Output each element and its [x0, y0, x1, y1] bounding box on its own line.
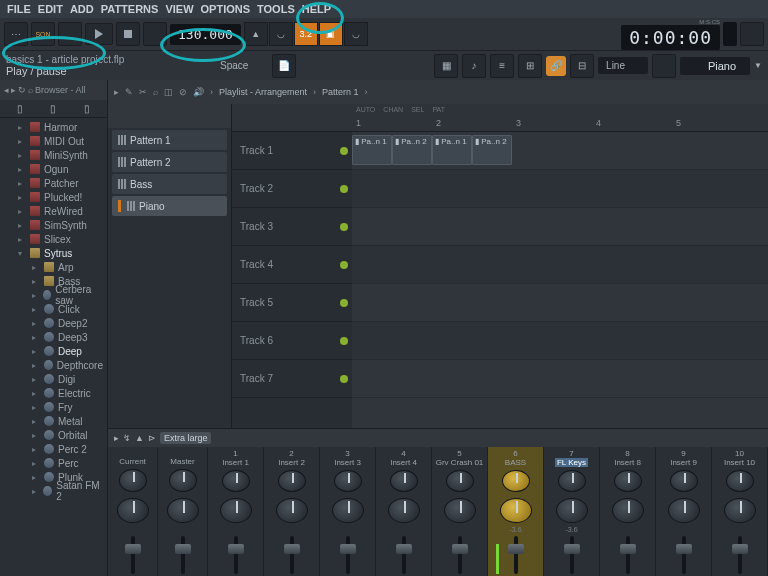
track-header[interactable]: Track 2	[232, 170, 352, 208]
track-row[interactable]	[352, 360, 768, 398]
track-header[interactable]: Track 7	[232, 360, 352, 398]
dropdown-icon[interactable]: ▼	[754, 61, 762, 70]
tree-item[interactable]: ▸Deep2	[0, 316, 107, 330]
tree-item[interactable]: ▸Metal	[0, 414, 107, 428]
snap-off-icon[interactable]	[652, 54, 676, 78]
mixer-tool-icon[interactable]: ▲	[135, 433, 144, 443]
tree-item[interactable]: ▸Deep3	[0, 330, 107, 344]
track-header[interactable]: Track 5	[232, 284, 352, 322]
track-row[interactable]	[352, 284, 768, 322]
time-display[interactable]: 0:00:00	[621, 25, 720, 50]
tree-item[interactable]: ▸MiniSynth	[0, 148, 107, 162]
mixer-strip[interactable]: 4Insert 4	[376, 447, 432, 576]
browser-header[interactable]: ◂ ▸ ↻ ⌕ Browser - All	[0, 80, 107, 100]
mixer-strip[interactable]: 5Grv Crash 01	[432, 447, 488, 576]
blend-icon[interactable]: ▣	[319, 22, 343, 46]
mixer-strip[interactable]: 10Insert 10	[712, 447, 768, 576]
menu-edit[interactable]: EDIT	[35, 3, 66, 15]
clip[interactable]: ▮ Pa..n 1	[432, 135, 472, 165]
view-piano-roll-icon[interactable]: ♪	[462, 54, 486, 78]
track-header[interactable]: Track 3	[232, 208, 352, 246]
mixer-tool-icon[interactable]: ↯	[123, 433, 131, 443]
tree-item[interactable]: ▸MIDI Out	[0, 134, 107, 148]
time-mode-label[interactable]: M:S:CS	[621, 19, 720, 25]
view-playlist-icon[interactable]: ▦	[434, 54, 458, 78]
tree-item[interactable]: ▸Ogun	[0, 162, 107, 176]
tree-item[interactable]: ▸Deep	[0, 344, 107, 358]
mixer-strip[interactable]: Master	[158, 447, 208, 576]
playlist-crumb[interactable]: Pattern 1	[322, 87, 359, 97]
menu-tools[interactable]: TOOLS	[254, 3, 298, 15]
link-icon[interactable]: 🔗	[546, 56, 566, 76]
track-row[interactable]	[352, 208, 768, 246]
mixer-strip[interactable]: 6BASS -3.6	[488, 447, 544, 576]
wait-icon[interactable]: ◡	[269, 22, 293, 46]
pl-tab[interactable]: AUTO	[356, 106, 375, 113]
tree-item[interactable]: ▾Sytrus	[0, 246, 107, 260]
play-button[interactable]	[85, 23, 113, 45]
tree-item[interactable]: ▸Patcher	[0, 176, 107, 190]
pl-menu-icon[interactable]: ▸	[114, 87, 119, 97]
tree-item[interactable]: ▸Harmor	[0, 120, 107, 134]
pl-tool-icon[interactable]: ✎	[125, 87, 133, 97]
pl-tool-icon[interactable]: 🔊	[193, 87, 204, 97]
pl-tab[interactable]: PAT	[432, 106, 445, 113]
clip[interactable]: ▮ Pa..n 2	[392, 135, 432, 165]
tree-item[interactable]: ▸Electric	[0, 386, 107, 400]
pl-tab[interactable]: CHAN	[383, 106, 403, 113]
pattern-item[interactable]: Piano	[112, 196, 227, 216]
snap-select[interactable]: Line	[598, 57, 648, 74]
track-row[interactable]	[352, 170, 768, 208]
tree-item[interactable]: ▸ReWired	[0, 204, 107, 218]
tree-item[interactable]: ▸Perc 2	[0, 442, 107, 456]
tree-item[interactable]: ▸Orbital	[0, 428, 107, 442]
pattern-item[interactable]: Bass	[112, 174, 227, 194]
tree-item[interactable]: ▸SimSynth	[0, 218, 107, 232]
browser-tab-icon[interactable]: ▯	[84, 103, 90, 114]
mixer-strip[interactable]: Current	[108, 447, 158, 576]
browser-tab-icon[interactable]: ▯	[17, 103, 23, 114]
history-icon[interactable]: 📄	[272, 54, 296, 78]
tree-item[interactable]: ▸Arp	[0, 260, 107, 274]
track-header[interactable]: Track 1	[232, 132, 352, 170]
tree-item[interactable]: ▸Plucked!	[0, 190, 107, 204]
track-row[interactable]: ▮ Pa..n 1▮ Pa..n 2▮ Pa..n 1▮ Pa..n 2	[352, 132, 768, 170]
loop-icon[interactable]: ◡	[344, 22, 368, 46]
menu-patterns[interactable]: PATTERNS	[98, 3, 162, 15]
mixer-strip[interactable]: 8Insert 8	[600, 447, 656, 576]
view-mixer-icon[interactable]: ⊞	[518, 54, 542, 78]
mixer-strip[interactable]: 7FL Keys -3.6	[544, 447, 600, 576]
mixer-strip[interactable]: 1Insert 1	[208, 447, 264, 576]
mixer-zoom-label[interactable]: Extra large	[160, 432, 212, 444]
menu-file[interactable]: FILE	[4, 3, 34, 15]
tree-item[interactable]: ▸Cerbera saw	[0, 288, 107, 302]
pattern-item[interactable]: Pattern 2	[112, 152, 227, 172]
browser-tab-icon[interactable]: ▯	[50, 103, 56, 114]
menu-add[interactable]: ADD	[67, 3, 97, 15]
search-icon[interactable]: ⌕	[28, 85, 33, 95]
menu-view[interactable]: VIEW	[162, 3, 196, 15]
fwd-icon[interactable]: ▸	[11, 85, 16, 95]
clip[interactable]: ▮ Pa..n 1	[352, 135, 392, 165]
track-row[interactable]	[352, 246, 768, 284]
tempo-display[interactable]: 130.000	[170, 24, 241, 45]
track-header[interactable]: Track 4	[232, 246, 352, 284]
tree-item[interactable]: ▸Digi	[0, 372, 107, 386]
pl-tab[interactable]: SEL	[411, 106, 424, 113]
mixer-menu-icon[interactable]: ▸	[114, 433, 119, 443]
view-channel-rack-icon[interactable]: ≡	[490, 54, 514, 78]
mixer-strip[interactable]: 9Insert 9	[656, 447, 712, 576]
pl-tool-icon[interactable]: ✂	[139, 87, 147, 97]
tree-item[interactable]: ▸Fry	[0, 400, 107, 414]
track-header[interactable]: Track 6	[232, 322, 352, 360]
mixer-tool-icon[interactable]: ⊳	[148, 433, 156, 443]
reload-icon[interactable]: ↻	[18, 85, 26, 95]
main-volume[interactable]	[740, 22, 764, 46]
playlist-grid[interactable]: AUTOCHANSELPAT 12345 ▮ Pa..n 1▮ Pa..n 2▮…	[352, 104, 768, 428]
view-browser-icon[interactable]: ⊟	[570, 54, 594, 78]
tree-item[interactable]: ▸Satan FM 2	[0, 484, 107, 498]
song-mode-button[interactable]: SON	[31, 22, 55, 46]
tree-item[interactable]: ▸Perc	[0, 456, 107, 470]
mixer-strip[interactable]: 2Insert 2	[264, 447, 320, 576]
instrument-select[interactable]: Piano	[680, 57, 750, 75]
